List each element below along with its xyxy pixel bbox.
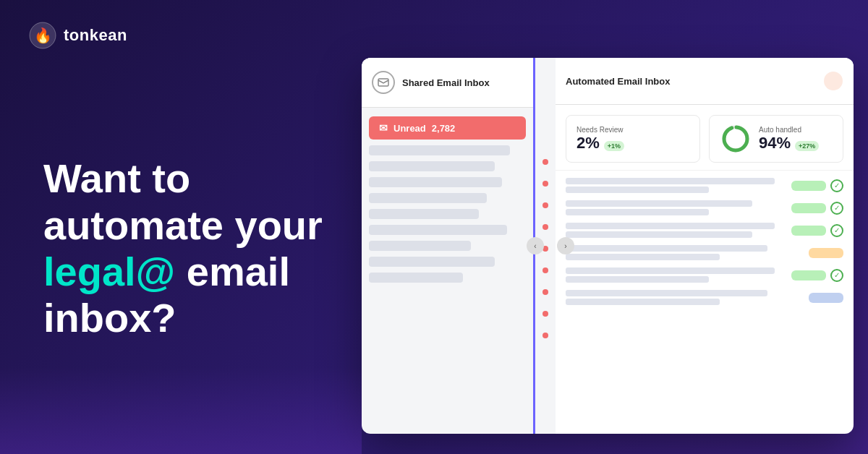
list-item-4 xyxy=(566,245,843,260)
list-item-3: ✓ xyxy=(566,223,843,238)
svg-rect-2 xyxy=(378,79,388,86)
mockup-section: Shared Email Inbox ✉ Unread 2,782 ‹ xyxy=(362,58,854,434)
nav-left-button[interactable]: ‹ xyxy=(527,237,544,254)
dot-1 xyxy=(542,159,548,165)
hero-highlight: legal@ xyxy=(43,249,175,294)
email-row-9 xyxy=(369,273,463,283)
auto-handled-change: +27% xyxy=(795,141,819,151)
email-row-8 xyxy=(369,257,495,267)
automated-inbox-panel: › Automated Email Inbox 🔥 Needs Review 2… xyxy=(556,58,854,434)
auto-handled-donut xyxy=(720,123,752,155)
auto-handled-card: Auto handled 94% +27% xyxy=(709,115,843,163)
tonkean-flame-icon: 🔥 xyxy=(823,71,843,91)
check-icon-2: ✓ xyxy=(830,202,843,215)
auto-handled-label: Auto handled xyxy=(759,126,819,134)
item-bar-bottom-2 xyxy=(566,209,709,215)
hero-line3: legal@ email xyxy=(43,249,347,295)
unread-count: 2,782 xyxy=(432,123,456,134)
item-bars-6 xyxy=(566,290,803,305)
item-bar-top-2 xyxy=(566,200,752,207)
hero-line2: automate your xyxy=(43,202,347,249)
list-item-2: ✓ xyxy=(566,200,843,215)
email-row-6 xyxy=(369,225,507,235)
needs-review-label: Needs Review xyxy=(576,126,624,134)
svg-point-3 xyxy=(824,72,843,90)
auto-handled-value: 94% xyxy=(759,134,791,153)
hero-line1: Want to xyxy=(43,155,347,202)
dot-2 xyxy=(542,181,548,187)
item-bar-top-5 xyxy=(566,267,775,274)
email-row-5 xyxy=(369,209,479,219)
needs-review-value-row: 2% +1% xyxy=(576,134,624,153)
dot-9 xyxy=(542,333,548,338)
hero-line3-text: email xyxy=(187,249,290,294)
unread-icon: ✉ xyxy=(379,122,388,134)
item-status-3: ✓ xyxy=(791,224,843,237)
dot-8 xyxy=(542,311,548,317)
item-bar-bottom-5 xyxy=(566,276,709,283)
item-bars-1 xyxy=(566,178,786,193)
status-tag-4 xyxy=(809,248,843,258)
item-bars-5 xyxy=(566,267,786,283)
item-bar-bottom-6 xyxy=(566,299,720,305)
mail-icon xyxy=(372,71,395,94)
shared-inbox-content: ✉ Unread 2,782 xyxy=(362,108,533,434)
needs-review-value: 2% xyxy=(576,134,600,153)
list-item-6 xyxy=(566,290,843,305)
automated-inbox-title: Automated Email Inbox xyxy=(566,76,670,87)
email-row-1 xyxy=(369,145,510,155)
dot-3 xyxy=(542,202,548,208)
shared-inbox-title: Shared Email Inbox xyxy=(402,77,490,88)
svg-point-6 xyxy=(724,127,747,150)
item-bar-top-4 xyxy=(566,245,767,252)
list-item-5: ✓ xyxy=(566,267,843,283)
auto-handled-text: Auto handled 94% +27% xyxy=(759,126,819,153)
item-bar-top-3 xyxy=(566,223,775,229)
item-status-1: ✓ xyxy=(791,179,843,192)
email-row-7 xyxy=(369,241,471,251)
item-bars-3 xyxy=(566,223,786,238)
automated-inbox-header: Automated Email Inbox 🔥 xyxy=(556,58,854,105)
needs-review-card: Needs Review 2% +1% xyxy=(566,115,700,163)
needs-review-change: +1% xyxy=(604,141,624,151)
hero-line4: inbox? xyxy=(43,295,347,341)
email-row-2 xyxy=(369,161,495,171)
dot-7 xyxy=(542,289,548,295)
item-bar-top-1 xyxy=(566,178,775,184)
status-tag-5 xyxy=(791,270,826,280)
dot-6 xyxy=(542,267,548,273)
auto-handled-value-row: 94% +27% xyxy=(759,134,819,153)
item-bars-4 xyxy=(566,245,803,260)
item-status-6 xyxy=(809,293,843,303)
item-status-2: ✓ xyxy=(791,202,843,215)
dots-column: ‹ xyxy=(535,58,556,434)
item-bar-bottom-3 xyxy=(566,231,752,238)
item-status-4 xyxy=(809,248,843,258)
item-bar-bottom-4 xyxy=(566,254,720,260)
email-row-3 xyxy=(369,177,502,187)
stats-row: Needs Review 2% +1% Auto handled xyxy=(556,105,854,171)
status-tag-3 xyxy=(791,226,826,236)
list-item-1: ✓ xyxy=(566,178,843,193)
unread-badge: ✉ Unread 2,782 xyxy=(369,116,526,140)
item-bar-bottom-1 xyxy=(566,187,709,193)
status-tag-2 xyxy=(791,203,826,213)
dot-4 xyxy=(542,224,548,230)
shared-inbox-header: Shared Email Inbox xyxy=(362,58,533,108)
item-status-5: ✓ xyxy=(791,269,843,282)
item-bars-2 xyxy=(566,200,786,215)
hero-title: Want to automate your legal@ email inbox… xyxy=(43,155,347,342)
automated-list: ✓ ✓ ✓ xyxy=(556,171,854,434)
hero-section: Want to automate your legal@ email inbox… xyxy=(29,0,362,454)
check-icon-1: ✓ xyxy=(830,179,843,192)
check-icon-3: ✓ xyxy=(830,224,843,237)
item-bar-top-6 xyxy=(566,290,767,296)
nav-right-button[interactable]: › xyxy=(557,237,574,254)
unread-label: Unread xyxy=(393,123,426,134)
email-row-4 xyxy=(369,193,487,203)
status-tag-6 xyxy=(809,293,843,303)
shared-inbox-panel: Shared Email Inbox ✉ Unread 2,782 xyxy=(362,58,535,434)
check-icon-5: ✓ xyxy=(830,269,843,282)
status-tag-1 xyxy=(791,181,826,191)
needs-review-text: Needs Review 2% +1% xyxy=(576,126,624,153)
